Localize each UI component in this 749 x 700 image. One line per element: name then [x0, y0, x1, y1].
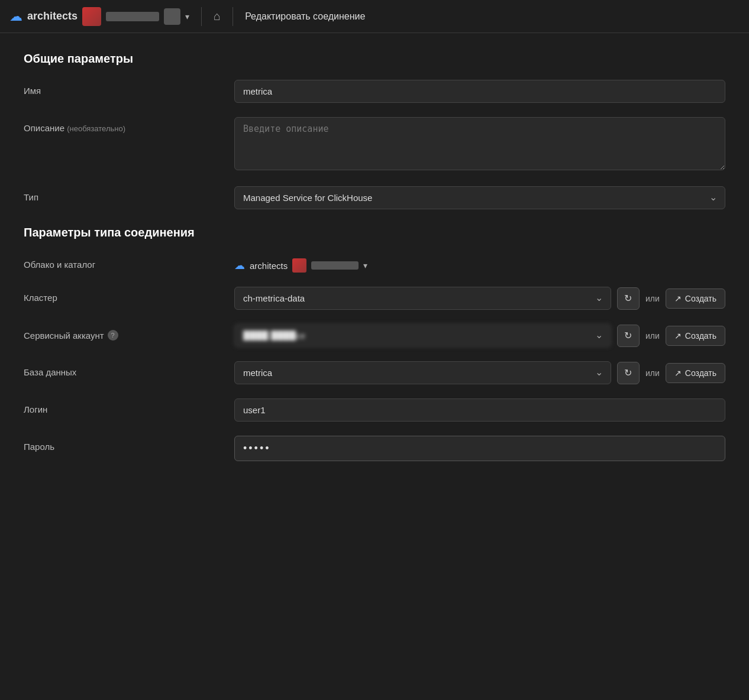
service-account-or-text: или	[645, 331, 660, 341]
database-refresh-button[interactable]: ↻	[617, 362, 640, 384]
cluster-row: Кластер ch-metrica-data ↻ или ↗ Создать	[24, 287, 725, 310]
login-field-wrapper	[234, 398, 725, 422]
description-field-wrapper	[234, 117, 725, 172]
header-divider-1	[201, 7, 202, 26]
database-row: База данных metrica ↻ или ↗ Создать	[24, 361, 725, 384]
database-create-label: Создать	[685, 368, 716, 378]
connection-section-heading: Параметры типа соединения	[24, 226, 725, 239]
cluster-create-label: Создать	[685, 294, 716, 303]
service-account-create-label: Создать	[685, 331, 716, 341]
service-account-hint-icon[interactable]: ?	[108, 330, 118, 341]
cluster-select[interactable]: ch-metrica-data	[234, 287, 611, 310]
cluster-or-text: или	[645, 294, 660, 303]
brand-name: architects	[27, 10, 78, 22]
app-header: ☁ architects ▾ ⌂ Редактировать соединени…	[0, 0, 749, 33]
password-field-wrapper	[234, 436, 725, 461]
cluster-refresh-button[interactable]: ↻	[617, 287, 640, 310]
service-account-controls: ████ ████ce ↻ или ↗ Создать	[234, 324, 725, 347]
cluster-controls: ch-metrica-data ↻ или ↗ Создать	[234, 287, 725, 310]
database-select-wrapper: metrica	[234, 361, 611, 384]
cloud-catalog-label: Облако и каталог	[24, 254, 225, 270]
password-input[interactable]	[234, 436, 725, 461]
cluster-create-button[interactable]: ↗ Создать	[666, 289, 725, 309]
cloud-icon: ☁	[9, 9, 22, 24]
brand-section: ☁ architects ▾	[9, 7, 189, 26]
cluster-select-wrapper: ch-metrica-data	[234, 287, 611, 310]
header-divider-2	[233, 7, 233, 26]
service-account-select-wrapper: ████ ████ce	[234, 324, 611, 347]
cloud-catalog-value: ☁ architects ▾	[234, 254, 367, 273]
service-account-refresh-button[interactable]: ↻	[617, 325, 640, 347]
login-label: Логин	[24, 398, 225, 414]
service-account-select[interactable]: ████ ████ce	[234, 324, 611, 347]
brand-small-block	[164, 8, 180, 25]
database-select[interactable]: metrica	[234, 361, 611, 384]
brand-avatar	[82, 7, 101, 26]
name-row: Имя	[24, 80, 725, 103]
password-row: Пароль	[24, 436, 725, 461]
cluster-create-external-icon: ↗	[674, 294, 682, 303]
type-label: Тип	[24, 186, 225, 202]
cluster-label: Кластер	[24, 287, 225, 303]
database-controls: metrica ↻ или ↗ Создать	[234, 361, 725, 384]
database-create-external-icon: ↗	[674, 368, 682, 378]
cloud-catalog-icon: ☁	[234, 259, 245, 272]
type-select[interactable]: Managed Service for ClickHouse	[234, 186, 725, 209]
name-input[interactable]	[234, 80, 725, 103]
name-field-wrapper	[234, 80, 725, 103]
main-content: Общие параметры Имя Описание (необязател…	[0, 33, 749, 494]
service-account-create-button[interactable]: ↗ Создать	[666, 326, 725, 346]
cloud-catalog-row: Облако и каталог ☁ architects ▾	[24, 254, 725, 273]
service-account-create-external-icon: ↗	[674, 331, 682, 341]
catalog-subtitle	[311, 261, 359, 270]
brand-subtitle	[106, 12, 159, 21]
cloud-catalog-name: architects	[250, 261, 288, 271]
database-or-text: или	[645, 368, 660, 378]
page-title: Редактировать соединение	[245, 11, 365, 22]
service-account-row: Сервисный аккаунт ? ████ ████ce ↻ или ↗ …	[24, 324, 725, 347]
home-icon[interactable]: ⌂	[214, 9, 221, 23]
name-label: Имя	[24, 80, 225, 96]
type-row: Тип Managed Service for ClickHouse	[24, 186, 725, 209]
password-label: Пароль	[24, 436, 225, 452]
catalog-avatar	[292, 258, 306, 273]
database-label: База данных	[24, 361, 225, 377]
database-create-button[interactable]: ↗ Создать	[666, 363, 725, 383]
catalog-chevron-icon[interactable]: ▾	[363, 261, 367, 270]
login-row: Логин	[24, 398, 725, 422]
description-label: Описание (необязательно)	[24, 117, 225, 133]
description-row: Описание (необязательно)	[24, 117, 725, 172]
general-section-heading: Общие параметры	[24, 52, 725, 66]
login-input[interactable]	[234, 398, 725, 422]
brand-chevron-icon[interactable]: ▾	[185, 12, 189, 21]
description-textarea[interactable]	[234, 117, 725, 170]
service-account-label: Сервисный аккаунт ?	[24, 324, 225, 341]
type-select-wrapper: Managed Service for ClickHouse	[234, 186, 725, 209]
